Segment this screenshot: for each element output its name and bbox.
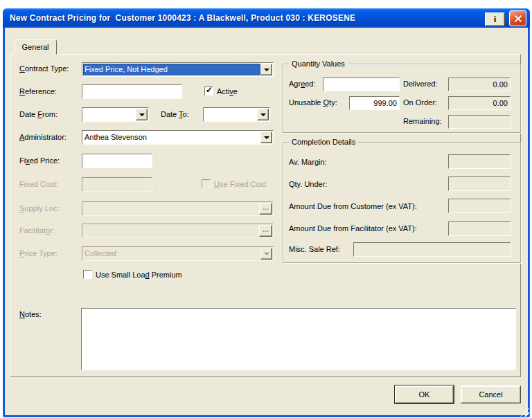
contract-type-label: Contract Type: (19, 64, 69, 73)
unusable-qty-input[interactable] (349, 96, 400, 110)
delivered-field (448, 78, 511, 91)
reference-label: Reference: (19, 87, 57, 96)
close-button[interactable] (509, 10, 526, 26)
fixed-price-label: Fixed Price: (19, 156, 60, 165)
administrator-value: Anthea Stevenson (85, 133, 260, 142)
supply-loc-field: ... (82, 201, 274, 216)
amount-due-customer-label: Amount Due from Customer (ex VAT): (289, 202, 417, 211)
supply-loc-browse-button: ... (259, 203, 272, 215)
date-to-combobox[interactable] (203, 107, 270, 122)
price-type-label: Price Type: (19, 249, 57, 258)
ellipsis-icon: ... (263, 203, 269, 211)
active-checkbox[interactable]: ✓ (204, 87, 213, 96)
facilitator-browse-button: ... (259, 225, 272, 237)
date-to-label: Date To: (161, 110, 189, 119)
date-from-label: Date From: (19, 110, 57, 119)
notes-label: Notes: (19, 310, 42, 319)
active-label: Active (217, 87, 238, 96)
amount-due-customer-field (448, 199, 511, 213)
use-small-load-premium-checkbox[interactable] (83, 270, 92, 279)
on-order-field (448, 96, 511, 110)
use-fixed-cost-label: Use Fixed Cost (214, 180, 266, 189)
titlebar[interactable]: New Contract Pricing for Customer 100042… (3, 8, 530, 28)
cancel-button-label: Cancel (479, 390, 502, 399)
info-icon: i (494, 14, 497, 25)
remaining-label: Remaining: (403, 117, 442, 126)
fixed-cost-input (82, 177, 152, 192)
av-margin-label: Av. Margin: (289, 158, 327, 167)
ellipsis-icon: ... (263, 225, 269, 233)
completion-details-title: Completion Details (289, 138, 358, 147)
fixed-price-input[interactable] (82, 154, 152, 168)
on-order-label: On Order: (403, 98, 437, 107)
remaining-field (448, 115, 511, 129)
use-small-load-premium-label: Use Small Load Premium (96, 271, 182, 280)
chevron-down-icon[interactable] (136, 109, 148, 120)
reference-input[interactable] (82, 84, 182, 99)
tab-general-label: General (21, 43, 48, 51)
quantity-values-title: Quantity Values (289, 60, 348, 69)
agreed-input[interactable] (323, 78, 400, 91)
chevron-down-icon (260, 248, 272, 260)
info-button[interactable]: i (485, 12, 505, 26)
administrator-combobox[interactable]: Anthea Stevenson (82, 130, 274, 145)
av-margin-field (448, 154, 511, 169)
window-title: New Contract Pricing for Customer 100042… (10, 13, 355, 23)
check-icon: ✓ (206, 85, 213, 95)
cancel-button[interactable]: Cancel (461, 385, 521, 403)
amount-due-facilitator-label: Amount Due from Facilitator (ex VAT): (289, 224, 417, 233)
agreed-label: Agreed: (289, 80, 316, 89)
ok-button[interactable]: OK (395, 385, 454, 403)
qty-under-field (448, 176, 511, 191)
notes-textarea[interactable] (81, 308, 516, 370)
use-fixed-cost-checkbox (202, 179, 211, 188)
qty-under-label: Qty. Under: (289, 180, 327, 189)
delivered-label: Delivered: (403, 80, 438, 89)
amount-due-facilitator-field (448, 221, 511, 236)
ok-button-label: OK (419, 390, 430, 399)
price-type-value: Collected (85, 249, 260, 258)
contract-type-combobox[interactable]: Fixed Price, Not Hedged (82, 62, 274, 77)
chevron-down-icon[interactable] (257, 109, 269, 120)
chevron-down-icon[interactable] (260, 64, 272, 75)
administrator-label: Administrator: (19, 133, 66, 142)
contract-type-selected-value: Fixed Price, Not Hedged (83, 64, 260, 75)
price-type-combobox: Collected (82, 246, 274, 261)
date-from-combobox[interactable] (82, 107, 149, 122)
fixed-cost-label: Fixed Cost: (19, 180, 58, 189)
tab-general[interactable]: General (14, 39, 57, 55)
unusable-qty-label: Unusable Qty: (289, 98, 337, 107)
chevron-down-icon[interactable] (260, 131, 272, 143)
supply-loc-label: Supply Loc: (19, 204, 60, 213)
misc-sale-ref-field (353, 242, 511, 257)
misc-sale-ref-label: Misc. Sale Ref: (289, 245, 340, 254)
facilitator-label: Facilitator: (19, 226, 55, 235)
dialog-window: New Contract Pricing for Customer 100042… (3, 8, 530, 417)
dialog-client-area: General Contract Type: Fixed Price, Not … (5, 28, 528, 415)
facilitator-field: ... (82, 224, 274, 238)
